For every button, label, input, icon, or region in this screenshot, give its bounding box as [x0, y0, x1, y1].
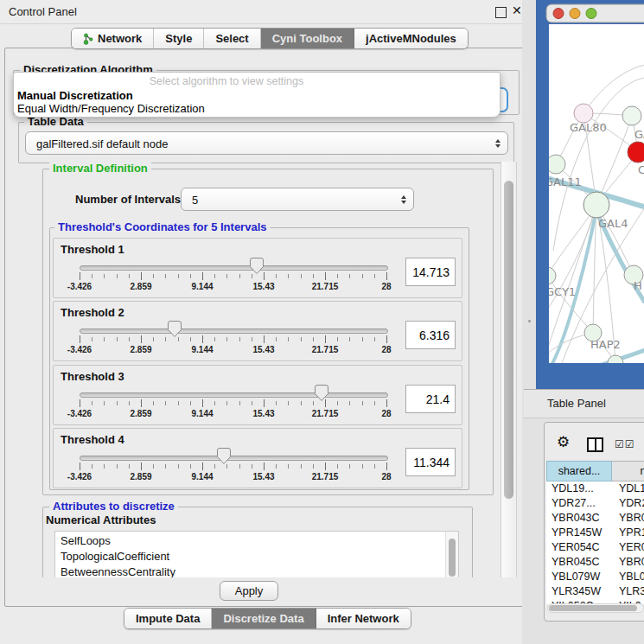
threshold-value-field[interactable] — [405, 385, 456, 413]
column-header-name[interactable]: na — [612, 461, 644, 481]
table-cell: YDR27... — [546, 496, 615, 511]
table-horizontal-scrollbar[interactable] — [547, 603, 644, 613]
table-row[interactable]: YBR045CYBR0 — [546, 555, 644, 570]
attribute-list-item[interactable]: TopologicalCoefficient — [55, 549, 458, 564]
slider-minor-ticks — [80, 401, 388, 405]
threshold-slider[interactable]: -3.4262.8599.14415.4321.71528 — [80, 302, 386, 360]
algorithm-dropdown-popup: Select algorithm to view settings Manual… — [13, 72, 501, 118]
tab-label: jActiveMNodules — [366, 32, 456, 45]
tick-label: 2.859 — [130, 345, 151, 354]
column-layout-icon[interactable] — [587, 437, 603, 452]
table-row[interactable]: YER054CYER0 — [546, 540, 644, 555]
control-panel-tabs: Network Style Select Cyni Toolbox jActiv… — [71, 28, 469, 49]
node-label-gal80: GAL80 — [570, 121, 607, 134]
tab-select[interactable]: Select — [204, 29, 260, 48]
table-body: YDL19...YDL1YDR27...YDR2YBR043CYBR0YPR14… — [546, 481, 644, 604]
threshold-slider[interactable]: -3.4262.8599.14415.4321.71528 — [80, 429, 386, 488]
slider-track[interactable] — [80, 456, 388, 461]
threshold-slider[interactable]: -3.4262.8599.14415.4321.71528 — [80, 366, 386, 424]
table-row[interactable]: YBR043CYBR0 — [546, 511, 644, 526]
tab-discretize-data[interactable]: Discretize Data — [212, 609, 316, 628]
split-divider-grip[interactable] — [528, 320, 531, 322]
slider-thumb[interactable] — [315, 385, 328, 401]
minimize-traffic-light[interactable] — [570, 9, 580, 19]
tab-label: Discretize Data — [223, 612, 303, 625]
attribute-list-item[interactable]: SelfLoops — [55, 533, 458, 549]
scrollbar-thumb[interactable] — [504, 181, 513, 499]
scrollbar-thumb[interactable] — [449, 539, 456, 577]
slider-track[interactable] — [80, 392, 388, 398]
table-cell: YBL079W — [546, 570, 615, 584]
scrollbar-thumb[interactable] — [549, 605, 637, 611]
tab-label: Style — [165, 32, 192, 45]
slider-track[interactable] — [80, 265, 388, 271]
network-view-window: GAL80 GA C GAL11 GAL4 GCY1 H HAP2 — [536, 0, 644, 389]
menu-item-equal-width-frequency[interactable]: Equal Width/Frequency Discretization — [17, 102, 205, 115]
table-cell: YDL19... — [546, 481, 615, 496]
algorithm-popup-hint: Select algorithm to view settings — [14, 75, 439, 87]
tab-cyni-toolbox[interactable]: Cyni Toolbox — [261, 29, 354, 48]
table-row[interactable]: YDL19...YDL1 — [546, 481, 644, 496]
tab-infer-network[interactable]: Infer Network — [316, 609, 411, 628]
major-tick — [202, 399, 203, 407]
thresholds-group-title: Threshold's Coordinates for 5 Intervals — [54, 221, 270, 233]
table-row[interactable]: YPR145WYPR1 — [546, 526, 644, 540]
tab-label: Infer Network — [328, 612, 399, 625]
major-tick — [80, 462, 80, 470]
tab-jactivemnodules[interactable]: jActiveMNodules — [354, 29, 468, 48]
slider-thumb[interactable] — [217, 448, 231, 464]
control-panel: Control Panel ✕ Network Style Select Cyn… — [0, 0, 536, 644]
threshold-slider[interactable]: -3.4262.8599.14415.4321.71528 — [80, 239, 386, 297]
node-gal4[interactable] — [583, 192, 609, 218]
table-row[interactable]: YLR345WYLR3 — [546, 584, 644, 599]
zoom-traffic-light[interactable] — [586, 9, 596, 19]
table-row[interactable]: YDR27...YDR2 — [546, 496, 644, 511]
tick-label: 2.859 — [130, 409, 151, 418]
attribute-list-item[interactable]: BetweennessCentrality — [55, 564, 458, 577]
close-traffic-light[interactable] — [553, 9, 564, 19]
numerical-attributes-list[interactable]: SelfLoopsTopologicalCoefficientBetweenne… — [54, 531, 459, 577]
network-canvas[interactable]: GAL80 GA C GAL11 GAL4 GCY1 H HAP2 — [536, 0, 644, 389]
interval-definition-title: Interval Definition — [49, 163, 151, 175]
apply-button[interactable]: Apply — [220, 581, 278, 601]
slider-thumb[interactable] — [168, 321, 182, 337]
node-green-right[interactable] — [622, 106, 641, 125]
table-cell: YBR045C — [546, 555, 615, 570]
table-cell: YLR345W — [546, 584, 615, 599]
tab-impute-data[interactable]: Impute Data — [124, 609, 212, 628]
column-header-shared[interactable]: shared... — [546, 461, 612, 481]
slider-minor-ticks — [80, 274, 388, 278]
checkbox-icons[interactable]: ☑☑ — [615, 438, 635, 450]
float-window-icon[interactable] — [495, 7, 507, 18]
tab-network[interactable]: Network — [72, 29, 154, 48]
table-cell: YBR0 — [615, 555, 644, 570]
gear-icon[interactable]: ⚙ — [557, 435, 570, 450]
attributes-list-scrollbar[interactable] — [445, 532, 458, 577]
major-tick — [202, 335, 203, 343]
cyni-bottom-tabs: Impute Data Discretize Data Infer Networ… — [124, 608, 411, 629]
attributes-group-title: Attributes to discretize — [49, 501, 178, 513]
close-icon[interactable]: ✕ — [512, 3, 522, 17]
node-gal80[interactable] — [574, 104, 593, 123]
slider-minor-ticks — [80, 464, 388, 469]
tick-label: 15.43 — [252, 409, 274, 418]
slider-thumb[interactable] — [250, 258, 264, 274]
threshold-value-field[interactable] — [405, 258, 456, 286]
tick-label: 21.715 — [312, 472, 339, 481]
tab-style[interactable]: Style — [154, 29, 204, 48]
threshold-value-field[interactable] — [405, 321, 456, 349]
slider-track[interactable] — [80, 328, 388, 334]
settings-vertical-scrollbar[interactable] — [501, 162, 517, 577]
node-red-selected[interactable] — [628, 142, 644, 163]
number-of-intervals-combobox[interactable]: 5 — [181, 188, 414, 211]
tick-label: 9.144 — [191, 282, 213, 291]
menu-item-manual-discretization[interactable]: Manual Discretization — [17, 89, 133, 102]
number-of-intervals-value: 5 — [192, 193, 198, 206]
tick-label: 28 — [381, 345, 391, 354]
table-panel: ⚙ ☑☑ shared... na YDL19...YDL1YDR27...YD… — [544, 422, 644, 622]
table-row[interactable]: YBL079WYBL0 — [546, 570, 644, 584]
table-cell: YBL0 — [615, 570, 644, 584]
threshold-value-field[interactable] — [405, 448, 456, 476]
node-gal11[interactable] — [546, 155, 565, 174]
table-data-combobox[interactable]: galFiltered.sif default node — [25, 131, 508, 155]
